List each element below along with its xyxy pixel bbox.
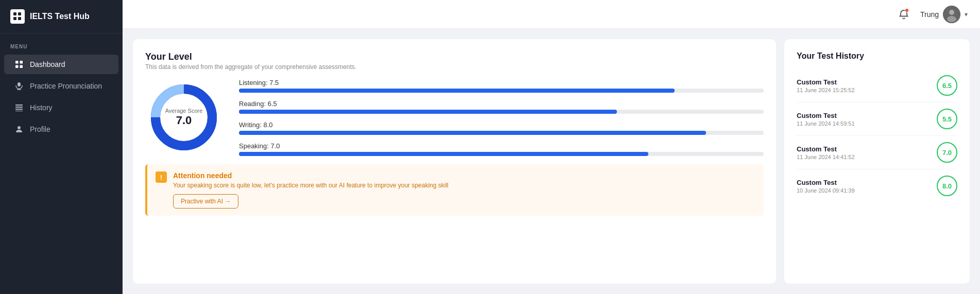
sidebar-item-profile-label: Profile <box>30 125 50 133</box>
history-item-name: Custom Test <box>797 179 855 186</box>
menu-section-label: MENU <box>0 33 123 54</box>
sidebar-item-dashboard-label: Dashboard <box>30 60 65 68</box>
notification-dot <box>905 8 909 12</box>
score-bar-track-1 <box>239 110 764 114</box>
history-badge: 8.0 <box>937 176 957 196</box>
svg-rect-3 <box>18 17 21 20</box>
average-score-value: 7.0 <box>165 114 203 127</box>
score-bar-track-2 <box>239 131 764 135</box>
chevron-down-icon: ▾ <box>965 11 968 18</box>
svg-point-15 <box>18 126 21 129</box>
history-item-date: 11 June 2024 14:41:52 <box>797 154 855 160</box>
svg-rect-4 <box>15 61 19 64</box>
history-item[interactable]: Custom Test 10 June 2024 09:41:39 8.0 <box>797 169 957 202</box>
attention-content: Attention needed Your speaking score is … <box>173 171 755 209</box>
sidebar-item-practice[interactable]: Practice Pronunciation <box>4 76 118 96</box>
svg-rect-2 <box>13 17 16 20</box>
warning-icon: ! <box>156 171 167 183</box>
score-label-2: Writing: 8.0 <box>239 121 764 129</box>
score-bar-fill-0 <box>239 89 675 93</box>
donut-label: Average Score 7.0 <box>165 108 203 127</box>
history-badge: 7.0 <box>937 142 957 163</box>
practice-ai-button[interactable]: Practive with AI → <box>173 194 238 209</box>
score-label-0: Listening: 7.5 <box>239 79 764 87</box>
history-list: Custom Test 11 June 2024 15:25:52 6.5 Cu… <box>797 69 957 202</box>
attention-box: ! Attention needed Your speaking score i… <box>145 164 764 216</box>
table-icon <box>14 103 24 112</box>
svg-rect-5 <box>20 61 23 64</box>
score-bar-fill-3 <box>239 152 648 156</box>
score-bar-fill-1 <box>239 110 617 114</box>
svg-rect-1 <box>18 12 21 15</box>
user-menu[interactable]: Trung ▾ <box>920 6 968 23</box>
content-area: Your Level This data is derived from the… <box>123 29 980 294</box>
user-icon <box>14 125 24 134</box>
sidebar-item-dashboard[interactable]: Dashboard <box>4 55 118 74</box>
history-item-name: Custom Test <box>797 78 855 86</box>
mic-icon <box>14 81 24 91</box>
grid-icon <box>14 60 24 69</box>
main-container: Trung ▾ Your Level This data is derived … <box>123 0 980 294</box>
svg-rect-11 <box>15 105 23 106</box>
score-row: Writing: 8.0 <box>239 121 764 135</box>
svg-rect-13 <box>15 109 23 110</box>
sidebar-item-history-label: History <box>30 103 53 112</box>
svg-point-17 <box>949 10 954 15</box>
score-bar-track-3 <box>239 152 764 156</box>
average-score-label: Average Score <box>165 108 203 114</box>
sidebar-logo: IELTS Test Hub <box>0 0 123 33</box>
history-item-name: Custom Test <box>797 145 855 153</box>
history-item-name: Custom Test <box>797 112 855 119</box>
history-item-date: 11 June 2024 15:25:52 <box>797 87 855 93</box>
history-item[interactable]: Custom Test 11 June 2024 14:41:52 7.0 <box>797 136 957 169</box>
header-username: Trung <box>920 10 939 19</box>
logo-icon <box>10 9 25 24</box>
history-item[interactable]: Custom Test 11 June 2024 15:25:52 6.5 <box>797 69 957 102</box>
svg-rect-7 <box>20 65 23 68</box>
history-item-date: 11 June 2024 14:59:51 <box>797 120 855 127</box>
history-item-info: Custom Test 11 June 2024 14:59:51 <box>797 112 855 127</box>
header: Trung ▾ <box>123 0 980 29</box>
history-badge: 6.5 <box>937 75 957 96</box>
svg-rect-14 <box>15 111 23 111</box>
score-label-3: Speaking: 7.0 <box>239 142 764 150</box>
history-item-info: Custom Test 10 June 2024 09:41:39 <box>797 179 855 194</box>
svg-rect-8 <box>18 82 21 87</box>
svg-rect-12 <box>15 107 23 108</box>
score-row: Reading: 6.5 <box>239 100 764 114</box>
sidebar-item-profile[interactable]: Profile <box>4 119 118 139</box>
history-card-title: Your Test History <box>797 51 957 61</box>
score-label-1: Reading: 6.5 <box>239 100 764 108</box>
avatar <box>943 6 960 23</box>
history-item-info: Custom Test 11 June 2024 15:25:52 <box>797 78 855 93</box>
level-card-title: Your Level <box>145 51 764 62</box>
score-row: Speaking: 7.0 <box>239 142 764 156</box>
bell-button[interactable] <box>896 6 912 23</box>
svg-point-18 <box>947 16 956 22</box>
level-content: Average Score 7.0 Listening: 7.5 Reading… <box>145 79 764 156</box>
sidebar-item-practice-label: Practice Pronunciation <box>30 82 102 90</box>
svg-rect-6 <box>15 65 19 68</box>
attention-text: Your speaking score is quite low, let's … <box>173 182 755 189</box>
history-item-info: Custom Test 11 June 2024 14:41:52 <box>797 145 855 160</box>
svg-rect-0 <box>13 12 16 15</box>
logo-text: IELTS Test Hub <box>30 12 90 21</box>
level-card-subtitle: This data is derived from the aggregate … <box>145 63 764 71</box>
sidebar-item-history[interactable]: History <box>4 98 118 117</box>
sidebar: IELTS Test Hub MENU Dashboard Practice P… <box>0 0 123 294</box>
level-card: Your Level This data is derived from the… <box>133 39 776 284</box>
history-item[interactable]: Custom Test 11 June 2024 14:59:51 5.5 <box>797 102 957 136</box>
attention-title: Attention needed <box>173 171 755 180</box>
history-badge: 5.5 <box>937 109 957 129</box>
history-item-date: 10 June 2024 09:41:39 <box>797 187 855 194</box>
score-bar-track-0 <box>239 89 764 93</box>
score-bar-fill-2 <box>239 131 706 135</box>
donut-chart: Average Score 7.0 <box>145 79 222 156</box>
score-row: Listening: 7.5 <box>239 79 764 93</box>
history-card: Your Test History Custom Test 11 June 20… <box>784 39 970 284</box>
score-bars: Listening: 7.5 Reading: 6.5 Writing: 8.0… <box>239 79 764 156</box>
